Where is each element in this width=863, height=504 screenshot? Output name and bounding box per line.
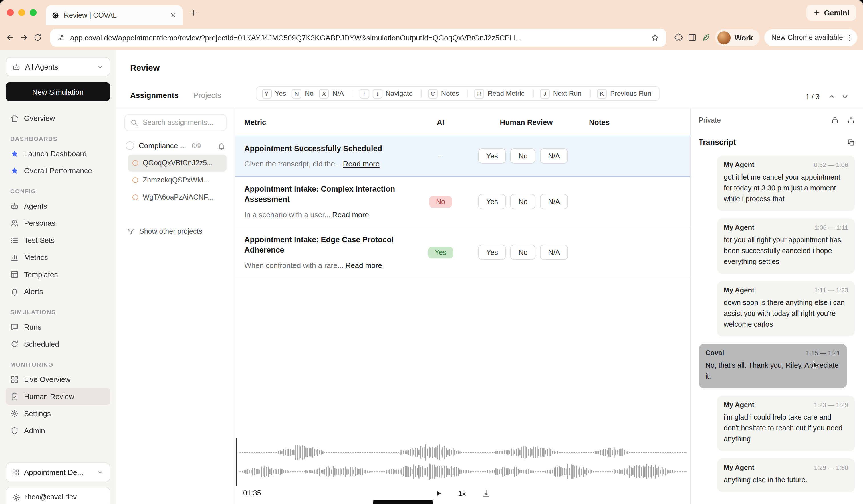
key-y: Y [262, 89, 271, 98]
read-more-link[interactable]: Read more [345, 261, 382, 269]
sidebar-item-personas[interactable]: Personas [6, 215, 110, 232]
run-id: ZnmzokqQSPxWM... [143, 176, 209, 184]
message-speaker: My Agent [724, 401, 754, 409]
sidebar-item-label: Live Overview [24, 375, 71, 384]
bot-icon [12, 62, 21, 71]
tab-close-icon[interactable] [170, 11, 177, 19]
close-window-button[interactable] [7, 9, 14, 16]
lock-icon[interactable] [831, 116, 839, 124]
waveform-canvas[interactable] [236, 441, 689, 482]
transcript-message[interactable]: My Agent 1:11 — 1:23 down soon is there … [717, 281, 855, 336]
run-item[interactable]: ZnmzokqQSPxWM... [128, 172, 227, 189]
site-settings-icon[interactable] [57, 34, 65, 42]
account-row[interactable]: rhea@coval.dev [6, 487, 110, 504]
sidebar-item-admin[interactable]: Admin [6, 422, 110, 439]
message-speaker: My Agent [724, 464, 754, 471]
transcript-messages: My Agent 0:52 — 1:06 got it let me cance… [699, 156, 855, 504]
transcript-message[interactable]: My Agent 1:29 — 1:30 anything else in th… [717, 458, 855, 492]
metric-description-text: In a scenario with a user... [244, 210, 330, 219]
sidebar-item-alerts[interactable]: Alerts [6, 283, 110, 300]
forward-button[interactable] [20, 33, 28, 42]
sidebar-item-overall-performance[interactable]: Overall Performance [6, 162, 110, 179]
sidebar-item-launch-dashboard[interactable]: Launch Dashboard [6, 145, 110, 162]
metric-description: Given the transcript, did the...Read mor… [244, 159, 409, 168]
sidebar-item-test-sets[interactable]: Test Sets [6, 232, 110, 249]
read-more-link[interactable]: Read more [343, 159, 380, 168]
tab-assignments[interactable]: Assignments [130, 91, 179, 101]
performance-leaf-icon[interactable] [701, 33, 711, 42]
sidebar-item-metrics[interactable]: Metrics [6, 249, 110, 266]
run-id: WgTA6oaPzAiACNF... [143, 193, 213, 201]
gemini-label: Gemini [824, 8, 849, 17]
play-button[interactable] [435, 490, 442, 497]
tab-projects[interactable]: Projects [193, 91, 222, 101]
na-button[interactable]: N/A [540, 194, 568, 209]
message-header: My Agent 1:06 — 1:11 [724, 223, 848, 232]
na-button[interactable]: N/A [540, 148, 568, 164]
sidebar-item-templates[interactable]: Templates [6, 266, 110, 283]
project-select-circle[interactable] [126, 141, 134, 150]
extensions-icon[interactable] [674, 33, 683, 42]
shortcut-label: Previous Run [610, 90, 651, 98]
copy-transcript-icon[interactable] [847, 138, 855, 146]
project-progress: 0/9 [192, 142, 201, 149]
message-speaker: My Agent [724, 223, 754, 232]
show-other-projects-button[interactable]: Show other projects [124, 228, 227, 235]
run-item[interactable]: QGoqQxVBtGnJ2z5... [128, 155, 227, 172]
new-tab-button[interactable] [189, 8, 198, 17]
run-status-dot [133, 177, 138, 183]
reload-button[interactable] [33, 33, 42, 42]
yes-button[interactable]: Yes [478, 194, 506, 209]
no-button[interactable]: No [511, 245, 536, 260]
sidebar-item-overview[interactable]: Overview [6, 109, 110, 127]
playhead[interactable] [236, 438, 237, 486]
project-row[interactable]: Compliance ... 0/9 [124, 141, 227, 150]
profile-chip[interactable]: Work [715, 29, 760, 46]
notifications-bell-icon[interactable] [217, 142, 225, 150]
new-simulation-button[interactable]: New Simulation [6, 82, 110, 102]
read-more-link[interactable]: Read more [332, 210, 369, 219]
url-bar[interactable]: app.coval.dev/appointmentdemo/review?pro… [50, 28, 666, 47]
message-text: down soon is there anything else i can a… [724, 298, 848, 330]
browser-tab[interactable]: Review | COVAL [46, 5, 183, 25]
zoom-window-button[interactable] [30, 9, 37, 16]
sidebar-item-agents[interactable]: Agents [6, 197, 110, 215]
transcript-header: Transcript [699, 138, 855, 146]
search-assignments-input[interactable] [143, 119, 221, 127]
sidebar-item-scheduled[interactable]: Scheduled [6, 335, 110, 352]
update-chrome-button[interactable]: New Chrome available [764, 29, 857, 46]
workspace-select[interactable]: Appointment De... [6, 462, 110, 482]
na-button[interactable]: N/A [540, 245, 568, 260]
no-button[interactable]: No [511, 148, 536, 164]
transcript-message[interactable]: My Agent 0:52 — 1:06 got it let me cance… [717, 156, 855, 211]
bookmark-star-icon[interactable] [651, 33, 659, 42]
run-item[interactable]: WgTA6oaPzAiACNF... [128, 189, 227, 206]
next-run-button[interactable] [841, 92, 849, 101]
sidebar-item-runs[interactable]: Runs [6, 318, 110, 335]
sidebar-item-live-overview[interactable]: Live Overview [6, 371, 110, 388]
transcript-message[interactable]: My Agent 1:23 — 1:29 i'm glad i could he… [717, 396, 855, 451]
screen: Review | COVAL Gemini app.coval.dev/appo… [0, 0, 863, 504]
kebab-menu-icon[interactable] [845, 33, 854, 42]
back-button[interactable] [6, 33, 15, 42]
sidebar-item-settings[interactable]: Settings [6, 405, 110, 422]
transcript-message[interactable]: My Agent 1:06 — 1:11 for you all right y… [717, 218, 855, 274]
player-center-controls: 1x [435, 489, 490, 497]
yes-button[interactable]: Yes [478, 245, 506, 260]
previous-run-button[interactable] [828, 92, 836, 101]
transcript-message-selected[interactable]: Coval 1:15 — 1:21 No, that's all. Thank … [699, 344, 847, 388]
metric-row[interactable]: Appointment Successfully Scheduled Given… [235, 136, 690, 177]
share-icon[interactable] [847, 116, 855, 124]
side-panel-icon[interactable] [688, 33, 697, 42]
sidebar-item-human-review[interactable]: Human Review [6, 388, 110, 405]
agent-filter-select[interactable]: All Agents [6, 57, 110, 76]
yes-button[interactable]: Yes [478, 148, 506, 164]
no-button[interactable]: No [511, 194, 536, 209]
run-status-dot [133, 160, 138, 166]
metric-row[interactable]: Appointment Intake: Edge Case Protocol A… [235, 227, 690, 278]
gemini-button[interactable]: Gemini [806, 4, 856, 21]
playback-speed-button[interactable]: 1x [458, 489, 466, 497]
download-audio-button[interactable] [482, 489, 490, 497]
minimize-window-button[interactable] [18, 9, 25, 16]
metric-row[interactable]: Appointment Intake: Complex Interaction … [235, 177, 690, 227]
